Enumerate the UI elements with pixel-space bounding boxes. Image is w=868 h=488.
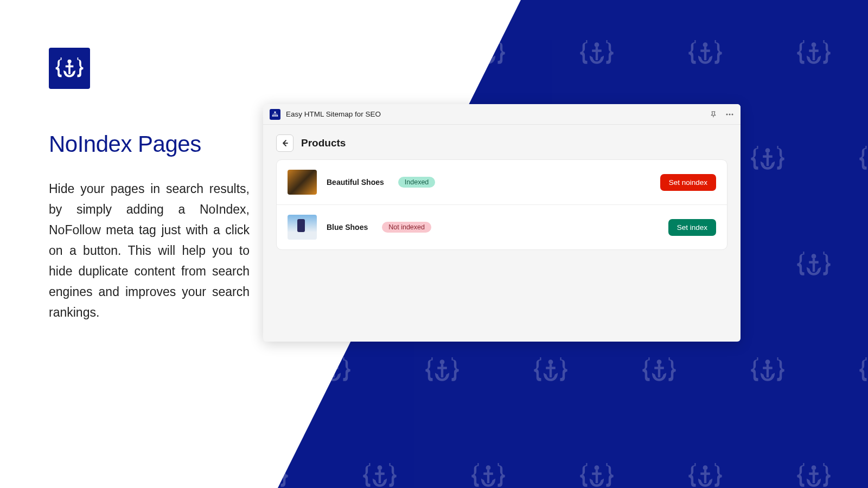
svg-point-108: [486, 465, 491, 470]
svg-point-99: [161, 465, 165, 470]
svg-point-15: [595, 42, 599, 47]
more-icon[interactable]: [725, 110, 734, 119]
svg-rect-112: [596, 470, 598, 483]
app-header: Easy HTML Sitemap for SEO: [263, 104, 741, 125]
products-list: Beautiful Shoes Indexed Set noindex Blue…: [276, 159, 727, 250]
pin-icon[interactable]: [709, 110, 718, 119]
product-name: Beautiful Shoes: [327, 178, 384, 187]
app-window: Easy HTML Sitemap for SEO Products Beaut…: [263, 104, 741, 342]
svg-point-90: [765, 359, 770, 364]
svg-point-96: [52, 465, 57, 470]
svg-rect-83: [437, 367, 447, 369]
svg-rect-113: [592, 472, 602, 474]
marketing-description: Hide your pages in search results, by si…: [49, 179, 250, 323]
svg-rect-97: [53, 470, 55, 483]
app-title: Easy HTML Sitemap for SEO: [286, 110, 709, 118]
svg-rect-17: [592, 49, 602, 52]
svg-rect-77: [220, 367, 230, 369]
svg-rect-88: [658, 364, 660, 377]
marketing-title: NoIndex Pages: [49, 131, 250, 157]
svg-rect-148: [272, 115, 274, 116]
svg-point-9: [378, 42, 382, 47]
product-thumbnail: [288, 215, 317, 240]
svg-rect-145: [68, 63, 71, 74]
status-badge: Not indexed: [382, 222, 431, 233]
svg-rect-146: [66, 66, 74, 68]
back-button[interactable]: [276, 134, 293, 152]
svg-rect-92: [763, 367, 773, 369]
svg-point-84: [548, 359, 553, 364]
app-icon: [270, 109, 280, 120]
svg-rect-22: [813, 47, 815, 60]
svg-rect-118: [813, 470, 815, 483]
svg-rect-150: [276, 115, 278, 116]
svg-point-114: [703, 465, 708, 470]
svg-point-72: [114, 359, 119, 364]
svg-rect-16: [596, 47, 598, 60]
product-row: Blue Shoes Not indexed Set index: [277, 204, 727, 249]
svg-rect-14: [483, 49, 493, 52]
svg-point-105: [378, 465, 382, 470]
svg-rect-11: [375, 49, 385, 52]
svg-rect-147: [275, 111, 276, 112]
set-index-button[interactable]: Set index: [668, 219, 716, 236]
svg-rect-106: [379, 470, 381, 483]
svg-rect-104: [266, 472, 276, 474]
svg-rect-70: [813, 259, 815, 272]
svg-rect-101: [158, 472, 168, 474]
svg-rect-73: [116, 364, 118, 377]
svg-rect-82: [441, 364, 443, 377]
svg-rect-13: [487, 47, 489, 60]
anchor-braces-icon: [54, 53, 85, 84]
svg-point-153: [732, 113, 733, 115]
svg-point-42: [765, 148, 770, 153]
svg-rect-10: [379, 47, 381, 60]
product-name: Blue Shoes: [327, 223, 368, 232]
svg-point-0: [52, 42, 57, 47]
svg-rect-91: [767, 364, 769, 377]
svg-point-18: [703, 42, 708, 47]
svg-point-152: [729, 113, 731, 115]
svg-rect-79: [333, 364, 335, 377]
svg-point-87: [657, 359, 662, 364]
svg-point-144: [67, 60, 71, 63]
svg-rect-89: [654, 367, 664, 369]
svg-rect-20: [700, 49, 710, 52]
svg-rect-98: [49, 472, 59, 474]
status-badge: Indexed: [398, 177, 435, 188]
svg-point-21: [812, 42, 816, 47]
brand-logo: [49, 48, 90, 89]
svg-rect-44: [763, 155, 773, 157]
svg-rect-86: [546, 367, 556, 369]
svg-rect-116: [700, 472, 710, 474]
svg-rect-74: [112, 367, 122, 369]
product-row: Beautiful Shoes Indexed Set noindex: [277, 160, 727, 204]
svg-point-69: [812, 254, 816, 259]
svg-point-12: [486, 42, 491, 47]
marketing-content: NoIndex Pages Hide your pages in search …: [49, 48, 250, 323]
set-noindex-button[interactable]: Set noindex: [660, 174, 716, 191]
svg-rect-80: [329, 367, 339, 369]
page-title: Products: [301, 137, 346, 149]
svg-rect-43: [767, 153, 769, 166]
svg-point-117: [812, 465, 816, 470]
svg-rect-71: [809, 261, 819, 263]
svg-point-6: [269, 42, 274, 47]
product-thumbnail: [288, 170, 317, 195]
svg-rect-119: [809, 472, 819, 474]
svg-point-111: [595, 465, 599, 470]
svg-rect-76: [224, 364, 226, 377]
svg-rect-109: [487, 470, 489, 483]
svg-point-102: [269, 465, 274, 470]
svg-rect-85: [550, 364, 552, 377]
svg-rect-19: [704, 47, 706, 60]
svg-point-81: [440, 359, 445, 364]
svg-rect-8: [266, 49, 276, 52]
svg-point-78: [331, 359, 336, 364]
svg-rect-107: [375, 472, 385, 474]
svg-rect-23: [809, 49, 819, 52]
svg-point-3: [161, 42, 165, 47]
svg-rect-7: [270, 47, 272, 60]
page-header: Products: [263, 125, 741, 159]
svg-rect-115: [704, 470, 706, 483]
